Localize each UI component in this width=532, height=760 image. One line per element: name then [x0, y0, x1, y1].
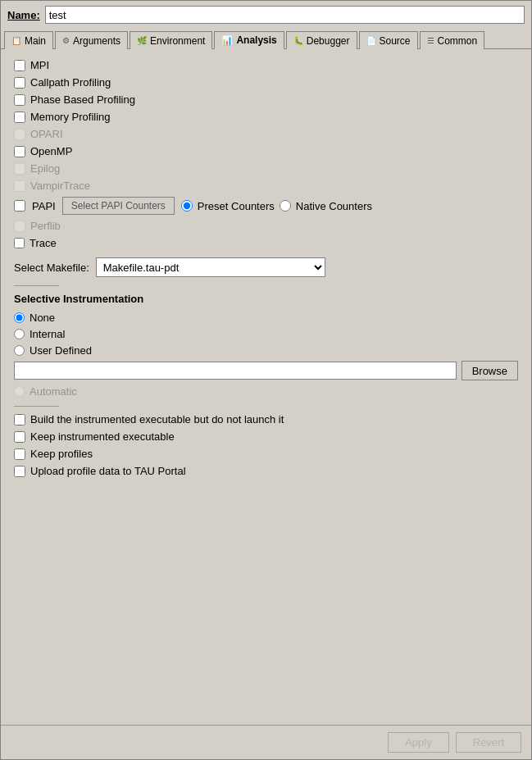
none-radio[interactable] [14, 312, 25, 323]
keep-exec-checkbox[interactable] [14, 431, 25, 443]
perflib-checkbox [14, 221, 25, 232]
analysis-tab-icon: 📊 [221, 35, 233, 46]
build-row: Build the instrumented executable but do… [14, 413, 518, 426]
name-label: Name: [7, 9, 40, 21]
upload-row: Upload profile data to TAU Portal [14, 465, 518, 477]
keep-profiles-checkbox[interactable] [14, 448, 25, 460]
opari-label: OPARI [30, 128, 63, 140]
phase-checkbox[interactable] [14, 94, 25, 106]
tab-source-label: Source [380, 35, 411, 47]
memory-row: Memory Profiling [14, 111, 518, 123]
opari-row: OPARI [14, 128, 518, 140]
perflib-label: Perflib [30, 220, 61, 232]
epilog-checkbox [14, 163, 25, 175]
none-radio-row: None [14, 312, 518, 324]
vampir-label: VampirTrace [30, 180, 90, 192]
epilog-label: Epilog [30, 162, 60, 175]
mpi-label: MPI [30, 59, 49, 71]
papi-row: PAPI Select PAPI Counters Preset Counter… [14, 197, 518, 215]
debugger-tab-icon: 🐛 [293, 36, 303, 45]
apply-button[interactable]: Apply [388, 732, 449, 753]
tab-main-label: Main [25, 35, 46, 47]
automatic-label: Automatic [30, 385, 77, 398]
memory-label: Memory Profiling [30, 111, 111, 123]
tab-source[interactable]: 📄 Source [359, 31, 418, 49]
select-papi-button: Select PAPI Counters [62, 197, 175, 215]
keep-exec-label: Keep instrumented executable [30, 430, 175, 443]
tab-analysis-label: Analysis [236, 34, 276, 46]
bottom-checks: Build the instrumented executable but do… [14, 413, 518, 477]
tab-common-label: Common [438, 35, 478, 47]
content-area: MPI Callpath Profiling Phase Based Profi… [1, 49, 531, 725]
tab-analysis[interactable]: 📊 Analysis [214, 31, 284, 49]
revert-button[interactable]: Revert [456, 732, 521, 753]
main-window: Name: 📋 Main ⚙ Arguments 🌿 Environment 📊… [0, 0, 532, 760]
upload-label: Upload profile data to TAU Portal [30, 465, 186, 477]
keep-profiles-label: Keep profiles [30, 448, 93, 460]
internal-radio[interactable] [14, 329, 25, 339]
name-input[interactable] [45, 6, 525, 24]
makefile-label: Select Makefile: [14, 262, 89, 274]
phase-row: Phase Based Profiling [14, 93, 518, 106]
papi-label: PAPI [32, 200, 56, 212]
tab-common[interactable]: ☰ Common [420, 31, 485, 49]
callpath-label: Callpath Profiling [30, 76, 111, 89]
epilog-row: Epilog [14, 162, 518, 175]
source-tab-icon: 📄 [366, 36, 376, 45]
native-counters-radio[interactable] [280, 200, 291, 212]
vampir-checkbox [14, 180, 25, 192]
tab-arguments[interactable]: ⚙ Arguments [55, 31, 128, 49]
trace-checkbox[interactable] [14, 238, 25, 248]
browse-button[interactable]: Browse [462, 361, 518, 380]
vampir-row: VampirTrace [14, 180, 518, 192]
none-label: None [30, 312, 55, 324]
mpi-checkbox[interactable] [14, 60, 25, 71]
perflib-row: Perflib [14, 220, 518, 232]
browse-row: Browse [14, 361, 518, 380]
openmp-checkbox[interactable] [14, 146, 25, 157]
trace-label: Trace [30, 237, 57, 249]
preset-counters-label: Preset Counters [198, 200, 275, 212]
tab-arguments-label: Arguments [73, 35, 120, 47]
makefile-select[interactable]: Makefile.tau-pdt [96, 257, 325, 277]
build-checkbox[interactable] [14, 414, 25, 426]
arguments-tab-icon: ⚙ [62, 36, 70, 45]
openmp-row: OpenMP [14, 145, 518, 157]
selective-section: Selective Instrumentation None Internal … [14, 293, 518, 398]
automatic-row: Automatic [14, 385, 518, 398]
user-defined-radio-row: User Defined [14, 344, 518, 357]
native-counters-label: Native Counters [296, 200, 372, 212]
user-defined-radio[interactable] [14, 345, 25, 356]
tabs-bar: 📋 Main ⚙ Arguments 🌿 Environment 📊 Analy… [1, 29, 531, 49]
common-tab-icon: ☰ [427, 36, 434, 45]
openmp-label: OpenMP [30, 145, 72, 157]
upload-checkbox[interactable] [14, 466, 25, 477]
papi-checkbox[interactable] [14, 200, 25, 212]
opari-checkbox [14, 129, 25, 140]
keep-exec-row: Keep instrumented executable [14, 430, 518, 443]
callpath-row: Callpath Profiling [14, 76, 518, 89]
tab-main[interactable]: 📋 Main [4, 31, 53, 49]
footer: Apply Revert [1, 725, 531, 759]
browse-input[interactable] [14, 362, 457, 380]
selective-title: Selective Instrumentation [14, 293, 518, 305]
main-tab-icon: 📋 [11, 36, 21, 45]
name-row: Name: [1, 1, 531, 29]
tab-debugger[interactable]: 🐛 Debugger [286, 31, 357, 49]
preset-counters-radio[interactable] [181, 200, 193, 212]
internal-radio-row: Internal [14, 328, 518, 340]
separator-2 [14, 406, 59, 407]
makefile-row: Select Makefile: Makefile.tau-pdt [14, 257, 518, 277]
callpath-checkbox[interactable] [14, 77, 25, 89]
keep-profiles-row: Keep profiles [14, 448, 518, 460]
separator-1 [14, 285, 59, 286]
memory-checkbox[interactable] [14, 111, 25, 123]
environment-tab-icon: 🌿 [137, 36, 147, 45]
tab-environment-label: Environment [150, 35, 205, 47]
automatic-radio [14, 386, 25, 397]
tab-debugger-label: Debugger [307, 35, 350, 47]
trace-row: Trace [14, 237, 518, 249]
tab-environment[interactable]: 🌿 Environment [130, 31, 212, 49]
internal-label: Internal [30, 328, 65, 340]
build-label: Build the instrumented executable but do… [30, 413, 284, 426]
